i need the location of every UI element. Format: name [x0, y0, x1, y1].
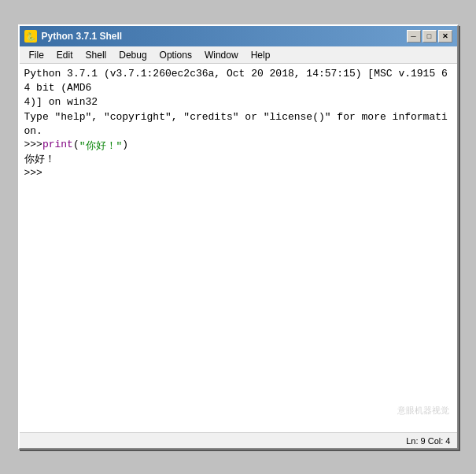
startup-line1: Python 3.7.1 (v3.7.1:260ec2c36a, Oct 20 …: [24, 67, 452, 95]
menu-options[interactable]: Options: [153, 48, 198, 62]
window-title: Python 3.7.1 Shell: [42, 31, 123, 42]
close-button[interactable]: ✕: [438, 30, 452, 43]
title-bar-left: 🐍 Python 3.7.1 Shell: [24, 30, 123, 43]
output-line1: 你好！: [24, 153, 452, 167]
python-shell-window: 🐍 Python 3.7.1 Shell ─ □ ✕ File Edit She…: [18, 24, 459, 450]
shell-output[interactable]: Python 3.7.1 (v3.7.1:260ec2c36a, Oct 20 …: [20, 64, 457, 432]
startup-line3: Type "help", "copyright", "credits" or "…: [24, 110, 452, 139]
menu-edit[interactable]: Edit: [50, 48, 79, 62]
prompt1: >>>: [24, 139, 42, 153]
menu-shell[interactable]: Shell: [79, 48, 113, 62]
input-line1: >>> print("你好！"): [24, 139, 452, 153]
menu-debug[interactable]: Debug: [113, 48, 153, 62]
title-bar: 🐍 Python 3.7.1 Shell ─ □ ✕: [20, 26, 457, 46]
startup-line2: 4)] on win32: [24, 95, 452, 109]
code-paren-close: ): [122, 139, 128, 153]
code-string: "你好！": [79, 139, 123, 153]
menu-file[interactable]: File: [23, 48, 50, 62]
menu-bar: File Edit Shell Debug Options Window Hel…: [20, 46, 457, 64]
code-paren-open: (: [73, 139, 79, 153]
maximize-button[interactable]: □: [422, 30, 437, 43]
input-line2[interactable]: >>>: [24, 167, 452, 179]
prompt2: >>>: [24, 167, 42, 179]
watermark: 意眼机器视觉: [397, 405, 449, 417]
status-bar: Ln: 9 Col: 4: [20, 432, 457, 448]
minimize-button[interactable]: ─: [407, 30, 421, 43]
code-print: print: [42, 139, 73, 153]
window-controls: ─ □ ✕: [407, 30, 452, 43]
menu-window[interactable]: Window: [198, 48, 245, 62]
python-icon: 🐍: [24, 30, 37, 43]
cursor-position: Ln: 9 Col: 4: [406, 436, 450, 446]
menu-help[interactable]: Help: [245, 48, 277, 62]
